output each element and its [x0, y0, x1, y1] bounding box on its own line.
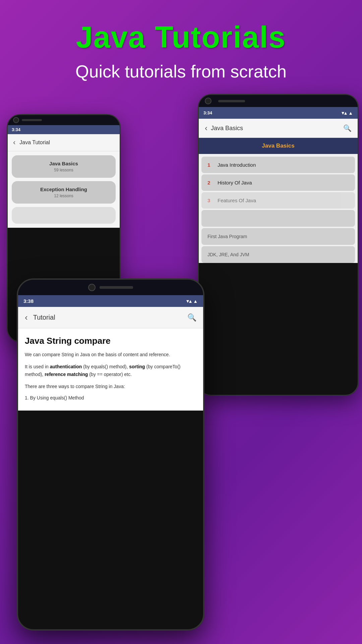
- phone1-content: Java Basics 59 lessons Exception Handlin…: [8, 151, 120, 228]
- phone2-header-title: Java Basics: [211, 125, 243, 132]
- phone2-partial-text1: First Java Program: [207, 234, 247, 239]
- phone2-status-icons: ▾▴ ▲: [342, 110, 353, 116]
- phone-tutorial-content: 3:38 ▾▴ ▲ ‹ Tutorial 🔍 Java String compa…: [17, 278, 204, 631]
- phone3-signal-icon: ▲: [193, 299, 198, 304]
- wifi-icon: ▾▴: [342, 110, 347, 116]
- phone1-time: 3:34: [12, 127, 20, 132]
- phone2-section-header: Java Basics: [199, 138, 358, 154]
- tutorial-title: Java String compare: [25, 336, 196, 346]
- phone3-camera-area: [18, 280, 203, 295]
- phone1-camera-area: [8, 115, 120, 125]
- lesson-item-2[interactable]: 2 History Of Java: [201, 174, 355, 191]
- phone2-section-header-text: Java Basics: [205, 143, 352, 149]
- phone2-partial-row2[interactable]: First Java Program: [201, 228, 355, 245]
- phone2-partial-text2: JDK, JRE, And JVM: [207, 252, 249, 257]
- phone2-partial-row3[interactable]: JDK, JRE, And JVM: [201, 246, 355, 263]
- phone1-speaker: [22, 119, 42, 121]
- phone1-status-bar: 3:34: [8, 125, 120, 134]
- phone3-header-left: ‹ Tutorial: [25, 312, 55, 323]
- lesson-3-number: 3: [207, 198, 214, 203]
- phone1-java-basics-card[interactable]: Java Basics 59 lessons: [12, 155, 116, 178]
- app-title: Java Tutorials: [0, 20, 362, 55]
- phone2-status-bar: 3:34 ▾▴ ▲: [199, 107, 358, 119]
- phone1-header-title: Java Tutorial: [19, 140, 50, 146]
- lesson-3-title: Features Of Java: [218, 198, 256, 203]
- phone3-time: 3:38: [23, 298, 34, 304]
- header-section: Java Tutorials Quick tutorials from scra…: [0, 0, 362, 92]
- phone3-status-bar: 3:38 ▾▴ ▲: [18, 295, 203, 307]
- lesson-2-title: History Of Java: [218, 180, 252, 185]
- signal-icon: ▲: [348, 110, 353, 116]
- lesson-2-number: 2: [207, 180, 214, 185]
- phone3-app-header: ‹ Tutorial 🔍: [18, 307, 203, 328]
- phone2-header-left: ‹ Java Basics: [205, 123, 243, 133]
- phone2-lesson-list: 1 Java Introduction 2 History Of Java 3 …: [199, 154, 358, 263]
- phone1-back-arrow[interactable]: ‹: [13, 138, 15, 147]
- tutorial-list-item1: 1. By Using equals() Method: [25, 395, 196, 400]
- phone2-partial-row1[interactable]: [201, 210, 355, 227]
- phone2-search-icon[interactable]: 🔍: [343, 124, 352, 132]
- phone2-speaker: [218, 100, 245, 102]
- phone2-time: 3:34: [203, 110, 212, 115]
- phone1-app-header: ‹ Java Tutorial: [8, 134, 120, 151]
- phone1-exception-subtitle: 12 lessons: [17, 194, 110, 198]
- phone1-exception-title: Exception Handling: [17, 186, 110, 192]
- phone2-camera-area: [199, 95, 358, 107]
- phones-container: 3:34 ‹ Java Tutorial Java Basics 59 less…: [0, 94, 362, 644]
- phone3-camera: [88, 284, 96, 291]
- phone3-back-arrow[interactable]: ‹: [25, 312, 28, 323]
- phone2-camera: [205, 98, 212, 104]
- tutorial-para2: It is used in authentication (by equals(…: [25, 363, 196, 378]
- lesson-item-1[interactable]: 1 Java Introduction: [201, 157, 355, 173]
- phone1-extra-card[interactable]: [12, 207, 116, 224]
- phone1-java-basics-title: Java Basics: [17, 161, 110, 166]
- phone3-speaker: [100, 286, 133, 289]
- phone3-header-title: Tutorial: [33, 314, 55, 321]
- lesson-1-number: 1: [207, 162, 214, 168]
- phone3-wifi-icon: ▾▴: [186, 298, 192, 304]
- phone2-back-arrow[interactable]: ‹: [205, 123, 207, 133]
- phone1-camera: [13, 117, 19, 123]
- lesson-1-title: Java Introduction: [218, 162, 256, 168]
- phone-lesson-list: 3:34 ▾▴ ▲ ‹ Java Basics 🔍 Java Basics 1 …: [198, 94, 359, 396]
- app-subtitle: Quick tutorials from scratch: [0, 61, 362, 82]
- lesson-item-3[interactable]: 3 Features Of Java: [201, 192, 355, 209]
- phone3-content: Java String compare We can compare Strin…: [18, 328, 203, 411]
- tutorial-para1: We can compare String in Java on the bas…: [25, 351, 196, 358]
- phone2-partial-items: First Java Program JDK, JRE, And JVM: [199, 210, 358, 263]
- phone1-java-basics-subtitle: 59 lessons: [17, 168, 110, 172]
- phone3-search-icon[interactable]: 🔍: [187, 313, 196, 322]
- phone2-app-header: ‹ Java Basics 🔍: [199, 119, 358, 138]
- phone1-exception-card[interactable]: Exception Handling 12 lessons: [12, 181, 116, 204]
- phone3-status-icons: ▾▴ ▲: [186, 298, 198, 304]
- tutorial-para3: There are three ways to compare String i…: [25, 383, 196, 390]
